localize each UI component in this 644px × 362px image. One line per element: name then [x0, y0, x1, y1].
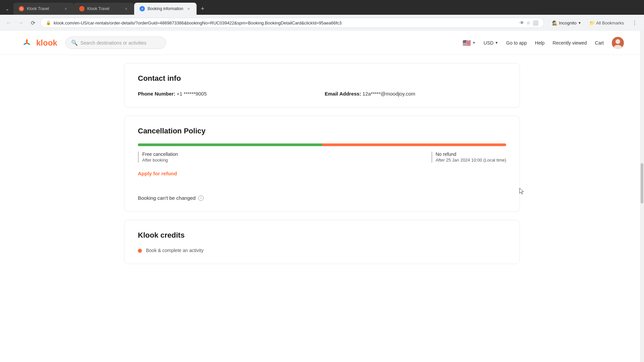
contact-info-card: Contact info Phone Number: +1 ******9005… [124, 63, 520, 108]
currency-label: USD [484, 40, 494, 46]
chevron-down-icon: ▼ [472, 41, 476, 45]
search-icon: 🔍 [71, 40, 78, 46]
chevron-down-icon: ▼ [578, 21, 581, 25]
free-cancellation-bar [138, 143, 322, 146]
currency-button[interactable]: USD ▼ [484, 40, 498, 46]
no-refund-sub: After 25 Jan 2024 10:00 (Local time) [436, 158, 506, 163]
tab-3-close[interactable]: ✕ [186, 6, 191, 11]
email-value: 12a*****@moodjoy.com [363, 91, 416, 97]
phone-label: Phone Number: [138, 91, 175, 97]
profile-icon[interactable]: ⬜ [533, 20, 538, 25]
us-flag-icon: 🇺🇸 [463, 39, 471, 47]
reload-button[interactable]: ⟳ [28, 18, 38, 27]
svg-point-2 [26, 42, 28, 44]
back-button[interactable]: ← [4, 18, 13, 27]
tab-2-favicon [79, 6, 85, 11]
incognito-icon: 🕵️ [552, 20, 557, 25]
tab-3[interactable]: ✦ Booking information ✕ [134, 3, 197, 15]
profile-label: Incognito [559, 20, 577, 25]
klook-logo-text: klook [36, 38, 57, 48]
scrollbar-thumb[interactable] [641, 163, 643, 203]
cancellation-policy-title: Cancellation Policy [138, 127, 506, 135]
info-icon[interactable]: i [198, 195, 204, 201]
free-cancellation-sub: After booking [142, 158, 178, 163]
address-url: klook.com/en-US/car-rentals/order-detail… [54, 20, 517, 25]
klook-logo-icon [20, 36, 34, 50]
chevron-down-icon: ▼ [495, 41, 498, 45]
tab-1-favicon [19, 6, 24, 11]
tab-overflow[interactable]: ⌄ [3, 4, 12, 13]
recently-viewed-link[interactable]: Recently viewed [553, 40, 587, 46]
help-link[interactable]: Help [535, 40, 545, 46]
credits-dot-icon [138, 249, 142, 253]
booking-change-text: Booking can't be changed [138, 195, 196, 201]
bookmarks-folder-icon: 📁 [589, 20, 595, 25]
credits-item-text: Book & complete an activity [146, 248, 204, 253]
tab-1-close[interactable]: ✕ [63, 6, 68, 11]
tab-1[interactable]: Klook Travel ✕ [13, 3, 74, 15]
svg-point-3 [615, 39, 620, 44]
policy-labels: Free cancellation After booking No refun… [138, 152, 506, 163]
tab-1-title: Klook Travel [27, 6, 60, 11]
contact-info-title: Contact info [138, 74, 506, 83]
free-cancellation-label: Free cancellation After booking [138, 152, 178, 163]
svg-point-4 [614, 45, 622, 49]
credits-item-1: Book & complete an activity [138, 248, 506, 253]
go-to-app-link[interactable]: Go to app [506, 40, 527, 46]
profile-menu[interactable]: 🕵️ Incognito ▼ [549, 19, 584, 27]
no-refund-text: No refund [436, 152, 506, 157]
free-cancellation-text: Free cancellation [142, 152, 178, 157]
tab-2[interactable]: Klook Travel ✕ [74, 3, 134, 15]
bookmark-icon[interactable]: ☆ [526, 20, 531, 25]
language-flag-button[interactable]: 🇺🇸 ▼ [463, 39, 476, 47]
no-refund-bar [322, 143, 506, 146]
phone-value: +1 ******9005 [177, 91, 207, 97]
cancellation-policy-card: Cancellation Policy Free cancellation Af… [124, 116, 520, 212]
tab-2-close[interactable]: ✕ [123, 6, 129, 11]
cart-link[interactable]: Cart [595, 40, 604, 46]
klook-credits-title: Klook credits [138, 231, 506, 240]
tab-3-title: Booking information [148, 6, 183, 11]
three-dots-menu[interactable]: ⋮ [629, 18, 640, 27]
svg-point-0 [20, 7, 23, 11]
forward-button[interactable]: → [16, 18, 25, 27]
user-avatar[interactable] [612, 37, 624, 49]
bookmarks-button[interactable]: 📁 All Bookmarks [587, 19, 627, 27]
tab-3-favicon: ✦ [140, 6, 145, 11]
tab-2-title: Klook Travel [87, 6, 121, 11]
lock-icon: 🔒 [46, 20, 51, 25]
email-address-item: Email Address: 12a*****@moodjoy.com [325, 91, 506, 97]
search-bar[interactable]: 🔍 Search destinations or activities [65, 37, 166, 49]
policy-progress-bar [138, 143, 506, 146]
no-refund-label: No refund After 25 Jan 2024 10:00 (Local… [431, 152, 506, 163]
booking-change-info: Booking can't be changed i [138, 195, 506, 201]
klook-credits-card: Klook credits Book & complete an activit… [124, 220, 520, 264]
email-label: Email Address: [325, 91, 361, 97]
scrollbar[interactable] [640, 31, 644, 362]
apply-refund-button[interactable]: Apply for refund [138, 171, 177, 176]
klook-navbar: klook 🔍 Search destinations or activitie… [0, 31, 644, 55]
klook-logo[interactable]: klook [20, 36, 57, 50]
address-bar[interactable]: 🔒 klook.com/en-US/car-rentals/order-deta… [40, 18, 544, 28]
eye-slash-icon: 👁 [520, 20, 524, 25]
search-placeholder-text: Search destinations or activities [80, 40, 147, 46]
new-tab-button[interactable]: + [198, 4, 207, 13]
phone-number-item: Phone Number: +1 ******9005 [138, 91, 319, 97]
extensions-area: 🕵️ Incognito ▼ 📁 All Bookmarks ⋮ [549, 18, 640, 27]
